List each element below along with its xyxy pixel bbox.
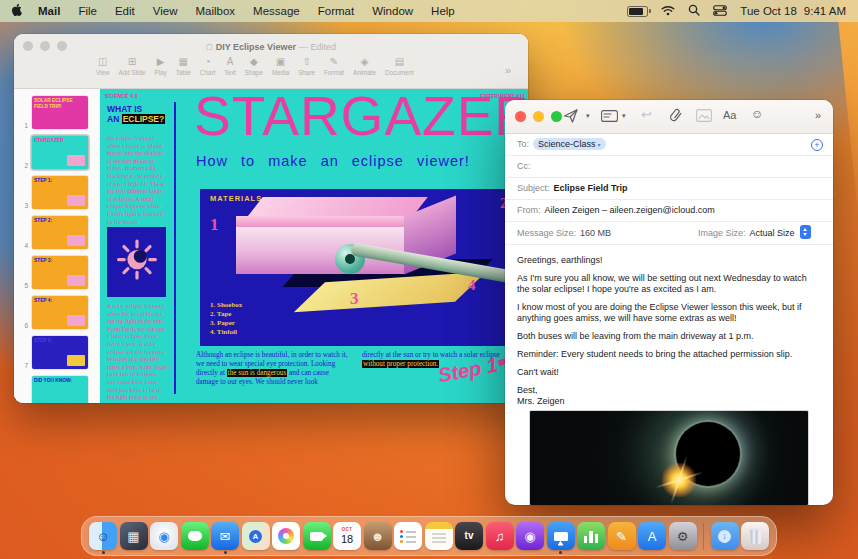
control-center-icon[interactable] — [713, 5, 727, 18]
dock-launchpad[interactable]: ▦ — [120, 522, 148, 550]
menu-item[interactable]: Format — [309, 5, 363, 17]
menu-bar-time[interactable]: 9:41 AM — [804, 5, 846, 17]
dock-keynote[interactable] — [547, 522, 575, 550]
mail-compose-window: ▾ ▾ ↩ Aa ☺ » To:Science-Class▾ + Cc: Sub… — [505, 100, 833, 505]
dock-safari[interactable]: ◉ — [150, 522, 178, 550]
header-fields-chevron-icon[interactable]: ▾ — [622, 112, 626, 120]
close-button[interactable] — [515, 111, 526, 122]
menu-bar-date[interactable]: Tue Oct 18 — [740, 5, 796, 17]
toolbar-play[interactable]: ▶ Play — [151, 55, 171, 76]
dock-podcasts[interactable]: ◉ — [516, 522, 544, 550]
app-menu-mail[interactable]: Mail — [29, 5, 69, 17]
toolbar-overflow-chevron[interactable]: » — [505, 64, 511, 76]
dock-trash[interactable] — [741, 522, 769, 550]
menu-item[interactable]: Message — [244, 5, 309, 17]
recipient-token[interactable]: Science-Class▾ — [533, 138, 606, 150]
slide-thumbnail-art — [67, 195, 85, 206]
slide-canvas[interactable]: SCIENCE 4.0 EXPERIMENT #11 WHAT IS AN EC… — [100, 89, 528, 403]
slide-thumbnail[interactable]: 5 STEP 3: — [19, 254, 100, 291]
menu-item[interactable]: Edit — [106, 5, 144, 17]
menu-item[interactable]: View — [144, 5, 187, 17]
wifi-icon[interactable] — [661, 5, 675, 18]
running-indicator — [620, 551, 623, 554]
dock-numbers[interactable] — [577, 522, 605, 550]
apple-menu-icon[interactable] — [12, 4, 25, 19]
zoom-button[interactable] — [551, 111, 562, 122]
menu-item[interactable]: Mailbox — [186, 5, 244, 17]
materials-list: 1. Shoebox2. Tape3. Paper4. Tinfoil — [210, 301, 242, 337]
materials-list-item: 2. Tape — [210, 310, 242, 319]
message-body-editor[interactable]: Greetings, earthlings!As I'm sure you al… — [505, 245, 833, 505]
menu-item[interactable]: File — [69, 5, 106, 17]
menu-item[interactable]: Window — [363, 5, 422, 17]
emoji-icon[interactable]: ☺ — [751, 107, 763, 121]
header-fields-icon[interactable] — [601, 110, 618, 122]
from-field[interactable]: From:Aileen Zeigen – aileen.zeigen@iclou… — [505, 200, 833, 222]
materials-list-item: 1. Shoebox — [210, 301, 242, 310]
send-options-chevron-icon[interactable]: ▾ — [586, 112, 590, 120]
attachment-image[interactable] — [529, 410, 809, 505]
dock-contacts[interactable]: ☻ — [364, 522, 392, 550]
toolbar-media[interactable]: ▣ Media — [268, 55, 293, 76]
shoebox-lid-top — [247, 197, 428, 217]
dock-notes[interactable] — [425, 522, 453, 550]
body-paragraph: Greetings, earthlings! — [517, 255, 821, 266]
image-size-stepper-icon[interactable] — [800, 225, 811, 239]
dock-finder[interactable]: ☺ — [89, 522, 117, 550]
dock-appletv[interactable]: tv — [455, 522, 483, 550]
dock-calendar[interactable]: OCT 18 — [333, 522, 361, 550]
toolbar-chart[interactable]: ◔ Chart — [196, 55, 219, 76]
close-button[interactable] — [23, 41, 33, 51]
add-recipient-button[interactable]: + — [811, 139, 823, 151]
dock-settings[interactable]: ⚙ — [669, 522, 697, 550]
dock-photos[interactable] — [272, 522, 300, 550]
toolbar-overflow-chevron[interactable]: » — [815, 109, 821, 121]
slide-thumbnail[interactable]: 3 STEP 1: — [19, 174, 100, 211]
fonts-icon[interactable]: Aa — [723, 109, 736, 121]
dock-mail[interactable]: ✉ — [211, 522, 239, 550]
dock-pages[interactable]: ✎ — [608, 522, 636, 550]
slide-thumbnail[interactable]: 6 STEP 4: — [19, 294, 100, 331]
dock-reminders[interactable] — [394, 522, 422, 550]
slide-thumbnail[interactable]: 7 STEP 5: — [19, 334, 100, 371]
slide-thumbnail[interactable]: 2 STARGAZER — [19, 134, 100, 171]
slide-thumbnail[interactable]: 1 SOLAR ECLIPSE FIELD TRIP! — [19, 94, 100, 131]
slide-thumbnail[interactable]: 4 STEP 2: — [19, 214, 100, 251]
photo-browser-icon — [696, 109, 712, 122]
dock-messages[interactable] — [181, 522, 209, 550]
subject-value: Eclipse Field Trip — [554, 183, 628, 193]
body-paragraph: Both buses will be leaving from the main… — [517, 331, 821, 342]
dock-appstore[interactable]: A — [638, 522, 666, 550]
toolbar-share[interactable]: ⇧ Share — [294, 55, 319, 76]
to-field[interactable]: To:Science-Class▾ + — [505, 134, 833, 156]
menu-items: FileEditViewMailboxMessageFormatWindowHe… — [69, 5, 463, 17]
dock-maps[interactable]: A — [242, 522, 270, 550]
mail-toolbar: ▾ ▾ ↩ Aa ☺ » — [505, 100, 833, 134]
shoebox-lid-front — [236, 216, 404, 227]
slide-thumbnail[interactable]: 8 DID YOU KNOW: — [19, 374, 100, 403]
dock-music[interactable]: ♫ — [486, 522, 514, 550]
dock-downloads[interactable]: ↓ — [711, 522, 739, 550]
toolbar-shape[interactable]: ◆ Shape — [241, 55, 267, 76]
toolbar-view[interactable]: ◫ View — [92, 55, 114, 76]
toolbar-add-slide[interactable]: ⊞ Add Slide — [115, 55, 150, 76]
minimize-button[interactable] — [40, 41, 50, 51]
battery-icon[interactable] — [627, 6, 648, 17]
toolbar-format[interactable]: ✎ Format — [320, 55, 348, 76]
toolbar-text[interactable]: A Text — [220, 55, 240, 76]
zoom-button[interactable] — [57, 41, 67, 51]
toolbar-button-label: Play — [155, 69, 167, 76]
search-icon[interactable] — [688, 4, 700, 18]
toolbar-document[interactable]: ▤ Document — [381, 55, 418, 76]
menu-item[interactable]: Help — [422, 5, 464, 17]
keynote-titlebar: ▢ DIY Eclipse Viewer — Edited — [14, 34, 528, 55]
toolbar-animate[interactable]: ◈ Animate — [349, 55, 380, 76]
dock-facetime[interactable] — [303, 522, 331, 550]
materials-panel: MATERIALS 1 2 3 4 1. Shoebox2. Tape3. Pa… — [200, 189, 522, 346]
toolbar-table[interactable]: ▦ Table — [172, 55, 195, 76]
minimize-button[interactable] — [533, 111, 544, 122]
attachment-icon[interactable] — [668, 107, 683, 124]
cc-field[interactable]: Cc: — [505, 156, 833, 178]
subject-field[interactable]: Subject:Eclipse Field Trip — [505, 178, 833, 200]
send-icon[interactable] — [563, 108, 579, 124]
